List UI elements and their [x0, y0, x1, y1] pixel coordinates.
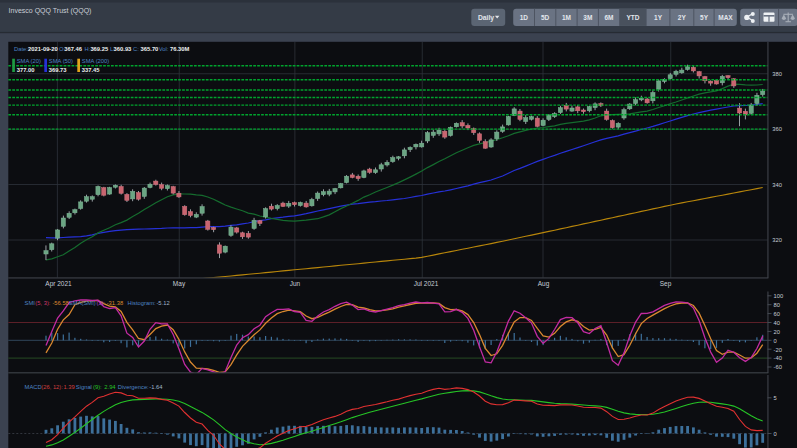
svg-text:2Y: 2Y: [678, 14, 687, 21]
svg-text:5Y: 5Y: [700, 14, 709, 21]
svg-text:1M: 1M: [562, 14, 571, 21]
svg-text:-40: -40: [774, 355, 782, 361]
svg-text:365.70: 365.70: [141, 46, 159, 52]
svg-text:1D: 1D: [520, 14, 529, 21]
svg-text:6M: 6M: [604, 14, 613, 21]
svg-text:C:: C:: [133, 46, 139, 52]
svg-text:Histogram:: Histogram:: [128, 300, 156, 306]
svg-text:5D: 5D: [541, 14, 550, 21]
svg-text:(26, 12):: (26, 12):: [41, 384, 63, 390]
svg-text:Signal: Signal: [76, 384, 92, 390]
svg-text:76.30M: 76.30M: [170, 46, 190, 52]
svg-text:-1.64: -1.64: [149, 384, 163, 390]
svg-text:367.46: 367.46: [64, 46, 83, 52]
svg-text:-60: -60: [774, 364, 782, 370]
svg-text:0: 0: [774, 338, 777, 344]
svg-text:Aug: Aug: [538, 280, 550, 288]
svg-text:Jul 2021: Jul 2021: [414, 280, 439, 287]
svg-text:2021-09-20: 2021-09-20: [28, 46, 58, 52]
svg-text:YTD: YTD: [626, 14, 639, 21]
svg-text:May: May: [173, 280, 186, 288]
svg-text:(5, 3):: (5, 3):: [35, 300, 51, 306]
svg-text:3M: 3M: [583, 14, 592, 21]
svg-text:60: 60: [774, 311, 780, 317]
svg-text:MAX: MAX: [718, 14, 733, 21]
svg-text:MACD: MACD: [25, 384, 42, 390]
svg-text:5: 5: [774, 395, 777, 401]
svg-text:Sep: Sep: [660, 280, 672, 288]
svg-text:Vol:: Vol:: [159, 46, 169, 52]
svg-text:-5.12: -5.12: [156, 300, 169, 306]
svg-text:-31.38: -31.38: [107, 300, 123, 306]
svg-text:320: 320: [772, 237, 782, 243]
svg-text:377.00: 377.00: [17, 67, 35, 73]
svg-text:SMA (50): SMA (50): [49, 58, 73, 64]
svg-text:-56.58: -56.58: [52, 300, 68, 306]
svg-text:340: 340: [772, 182, 782, 188]
svg-text:Invesco QQQ Trust (QQQ): Invesco QQQ Trust (QQQ): [9, 7, 92, 15]
svg-text:Apr 2021: Apr 2021: [45, 280, 72, 288]
svg-text:380: 380: [772, 71, 782, 77]
svg-text:1Y: 1Y: [654, 14, 663, 21]
svg-text:369.25: 369.25: [90, 46, 109, 52]
svg-text:100: 100: [774, 293, 784, 299]
svg-text:SMA (200): SMA (200): [82, 58, 109, 64]
svg-text:EMA(SMI): EMA(SMI): [69, 300, 96, 306]
svg-text:(3):: (3):: [96, 300, 105, 306]
svg-text:Jun: Jun: [290, 280, 301, 287]
svg-text:Divergence:: Divergence:: [118, 384, 149, 390]
svg-text:Daily: Daily: [478, 14, 494, 22]
svg-text:Date:: Date:: [14, 46, 28, 52]
svg-text:369.73: 369.73: [49, 67, 68, 73]
svg-text:2.94: 2.94: [104, 384, 116, 390]
svg-text:80: 80: [774, 302, 780, 308]
svg-text:40: 40: [774, 320, 780, 326]
svg-text:1.39: 1.39: [64, 384, 75, 390]
svg-text:SMA (20): SMA (20): [17, 58, 41, 64]
svg-text:0: 0: [774, 431, 777, 437]
svg-text:337.45: 337.45: [82, 67, 101, 73]
svg-text:SMI: SMI: [25, 300, 36, 306]
svg-text:360: 360: [772, 126, 782, 132]
svg-text:-20: -20: [774, 347, 782, 353]
svg-text:360.93: 360.93: [114, 46, 133, 52]
svg-text:20: 20: [774, 329, 780, 335]
svg-text:(9):: (9):: [93, 384, 102, 390]
